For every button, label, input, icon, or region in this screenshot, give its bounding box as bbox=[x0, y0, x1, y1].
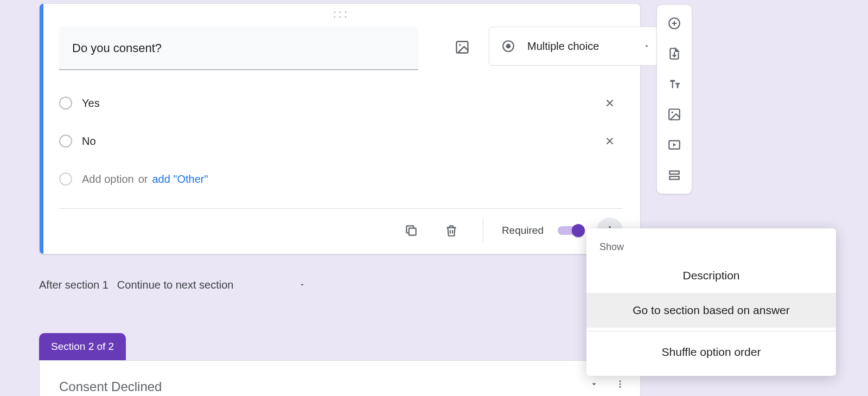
add-section-button[interactable] bbox=[661, 162, 687, 188]
add-option-button[interactable]: Add option bbox=[82, 173, 134, 186]
section-icon bbox=[667, 168, 681, 182]
option-row: No bbox=[59, 122, 621, 160]
add-image-toolbar-button[interactable] bbox=[661, 101, 687, 127]
section-title-input[interactable]: Consent Declined bbox=[59, 379, 621, 394]
divider bbox=[483, 219, 483, 242]
radio-icon bbox=[59, 135, 72, 148]
chevron-down-icon bbox=[643, 42, 650, 50]
section-more-button[interactable] bbox=[615, 379, 625, 389]
section-chip: Section 2 of 2 bbox=[39, 333, 126, 360]
question-footer: Required bbox=[59, 208, 623, 242]
collapse-section-button[interactable] bbox=[589, 379, 599, 389]
chevron-down-icon bbox=[589, 379, 599, 389]
question-type-label: Multiple choice bbox=[527, 40, 599, 53]
import-questions-button[interactable] bbox=[661, 41, 687, 67]
close-icon bbox=[604, 97, 616, 109]
remove-option-button[interactable] bbox=[599, 92, 621, 114]
svg-point-13 bbox=[672, 112, 673, 113]
question-card: Multiple choice Yes No Add option or add… bbox=[39, 3, 641, 254]
menu-separator bbox=[586, 331, 836, 331]
add-question-button[interactable] bbox=[661, 10, 687, 36]
svg-point-1 bbox=[459, 44, 461, 46]
option-row: Yes bbox=[59, 84, 621, 122]
drag-handle-icon[interactable] bbox=[334, 11, 346, 18]
add-title-button[interactable] bbox=[661, 71, 687, 97]
after-section-value: Continue to next section bbox=[117, 279, 234, 291]
svg-rect-4 bbox=[409, 228, 416, 235]
after-section-select[interactable]: Continue to next section bbox=[117, 279, 307, 291]
image-icon bbox=[667, 107, 681, 122]
chevron-down-icon bbox=[298, 281, 306, 289]
remove-option-button[interactable] bbox=[599, 130, 621, 152]
radio-icon bbox=[59, 173, 72, 186]
option-label[interactable]: Yes bbox=[82, 97, 100, 110]
option-label[interactable]: No bbox=[82, 135, 96, 148]
image-icon bbox=[455, 40, 470, 55]
plus-circle-icon bbox=[667, 16, 681, 30]
svg-rect-12 bbox=[669, 109, 680, 120]
add-other-button[interactable]: add "Other" bbox=[152, 173, 208, 186]
menu-item-go-to-section[interactable]: Go to section based on answer bbox=[586, 293, 836, 328]
close-icon bbox=[604, 135, 616, 147]
trash-icon bbox=[444, 223, 458, 238]
question-type-select[interactable]: Multiple choice bbox=[489, 27, 663, 66]
svg-point-9 bbox=[620, 384, 621, 385]
svg-point-5 bbox=[609, 226, 611, 228]
after-section-label: After section 1 bbox=[39, 279, 108, 291]
svg-point-8 bbox=[620, 380, 621, 382]
menu-header: Show bbox=[586, 233, 836, 258]
radio-icon bbox=[59, 97, 72, 110]
section-card: Consent Declined bbox=[39, 360, 641, 396]
svg-point-10 bbox=[620, 386, 621, 388]
more-vertical-icon bbox=[615, 379, 625, 389]
svg-rect-15 bbox=[669, 171, 679, 174]
options-list: Yes No Add option or add "Other" bbox=[59, 84, 621, 198]
delete-button[interactable] bbox=[438, 218, 464, 244]
add-image-button[interactable] bbox=[451, 36, 473, 58]
after-section-row: After section 1 Continue to next section bbox=[39, 272, 641, 297]
duplicate-button[interactable] bbox=[398, 218, 424, 244]
menu-item-description[interactable]: Description bbox=[586, 258, 836, 293]
svg-rect-0 bbox=[457, 42, 468, 53]
add-video-button[interactable] bbox=[661, 132, 687, 158]
copy-icon bbox=[404, 223, 418, 238]
svg-point-3 bbox=[506, 44, 511, 49]
video-icon bbox=[667, 138, 681, 152]
or-label: or bbox=[138, 173, 148, 186]
section-chip-label: Section 2 of 2 bbox=[51, 341, 114, 353]
import-icon bbox=[667, 47, 681, 61]
add-option-row: Add option or add "Other" bbox=[59, 160, 621, 198]
floating-toolbar bbox=[656, 4, 692, 194]
question-title-input[interactable] bbox=[59, 27, 418, 70]
menu-item-shuffle[interactable]: Shuffle option order bbox=[586, 335, 836, 369]
question-options-menu: Show Description Go to section based on … bbox=[586, 228, 836, 376]
svg-rect-16 bbox=[669, 176, 679, 179]
title-icon bbox=[667, 77, 681, 91]
required-label: Required bbox=[502, 225, 544, 237]
required-toggle[interactable] bbox=[558, 226, 583, 235]
radio-icon bbox=[501, 39, 515, 53]
